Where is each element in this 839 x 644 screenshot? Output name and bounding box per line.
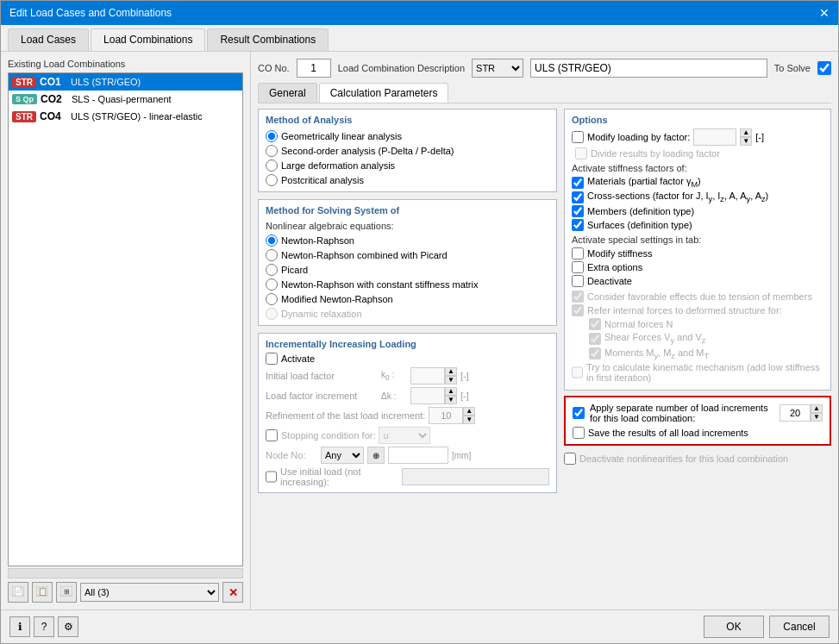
try-kinematic-checkbox [572, 366, 583, 378]
ok-button[interactable]: OK [704, 616, 764, 638]
radio-newton-raphson[interactable]: Newton-Raphson [266, 234, 549, 247]
refinement-down[interactable]: ▼ [463, 416, 475, 424]
cross-sections-checkbox[interactable] [572, 191, 584, 203]
radio-dynamic-rel[interactable]: Dynamic relaxation [266, 308, 549, 320]
members-checkbox[interactable] [572, 205, 584, 217]
node-value-input[interactable] [388, 447, 448, 464]
radio-picard[interactable]: Picard [266, 264, 549, 276]
radio-modified-nr[interactable]: Modified Newton-Raphson [266, 293, 549, 305]
left-panel: Existing Load Combinations STR CO1 ULS (… [1, 52, 251, 610]
extra-options-label: Extra options [587, 262, 642, 272]
cancel-button[interactable]: Cancel [769, 616, 830, 638]
horizontal-scrollbar[interactable] [8, 568, 243, 578]
modify-stiffness-checkbox[interactable] [572, 247, 584, 259]
filter-select[interactable]: All (3) [80, 583, 219, 602]
refinement-input[interactable] [429, 407, 463, 424]
modify-loading-up[interactable]: ▲ [740, 128, 752, 137]
radio-postcritical[interactable]: Postcritical analysis [266, 174, 549, 186]
deactivate-checkbox[interactable] [572, 275, 584, 287]
add-button[interactable]: 📄 [8, 582, 28, 603]
stopping-checkbox[interactable] [266, 429, 278, 441]
delete-button[interactable]: ✕ [222, 582, 243, 603]
divide-results-label: Divide results by loading factor [591, 148, 720, 159]
consider-favorable-checkbox [572, 291, 584, 303]
options-title: Options [572, 115, 823, 125]
top-tab-bar: Load Cases Load Combinations Result Comb… [1, 25, 838, 52]
help-button[interactable]: ? [34, 616, 54, 637]
radio-second-order[interactable]: Second-order analysis (P-Delta / P-delta… [266, 145, 549, 157]
copy-button[interactable]: 📋 [32, 582, 53, 603]
apply-value-input[interactable] [780, 404, 811, 422]
initial-factor-input[interactable] [410, 367, 445, 385]
method-solving-section: Method for Solving System of Nonlinear a… [258, 199, 557, 326]
to-solve-checkbox[interactable] [817, 61, 831, 75]
initial-factor-down[interactable]: ▼ [445, 376, 457, 385]
initial-factor-symbol: k0 : [381, 370, 407, 382]
apply-spinbox: ▲ ▼ [780, 404, 823, 422]
activate-checkbox[interactable] [266, 353, 278, 365]
list-item[interactable]: STR CO4 ULS (STR/GEO) - linear-elastic [9, 108, 242, 125]
special-settings-title: Activate special settings in tab: [572, 234, 823, 245]
initial-factor-up[interactable]: ▲ [445, 367, 457, 376]
moments-checkbox [589, 347, 601, 360]
surfaces-checkbox[interactable] [572, 219, 584, 231]
extra-options-row: Extra options [572, 261, 823, 273]
surfaces-row: Surfaces (definition type) [572, 219, 823, 231]
extra-options-checkbox[interactable] [572, 261, 584, 273]
co-desc-label: Load Combination Description [338, 63, 465, 73]
co-type-select[interactable]: STR [472, 59, 523, 78]
load-factor-down[interactable]: ▼ [445, 396, 457, 404]
node-row: Node No: Any ⊕ [mm] [266, 447, 549, 464]
left-toolbar: 📄 📋 ⊞ All (3) ✕ [8, 582, 243, 603]
tab-result-combinations[interactable]: Result Combinations [207, 28, 329, 51]
load-factor-label: Load factor increment [266, 391, 378, 401]
stopping-select[interactable]: u [379, 427, 430, 444]
modify-loading-checkbox[interactable] [572, 131, 584, 143]
svg-text:📋: 📋 [38, 586, 48, 597]
normal-forces-checkbox [589, 318, 601, 330]
combo-desc: ULS (STR/GEO) - linear-elastic [71, 111, 203, 122]
tab-general[interactable]: General [258, 83, 317, 103]
params-left: Method of Analysis Geometrically linear … [258, 109, 557, 603]
node-picker-button[interactable]: ⊕ [367, 447, 385, 464]
save-results-checkbox[interactable] [573, 427, 585, 439]
tab-calc-params[interactable]: Calculation Parameters [319, 83, 449, 103]
radio-large-deform[interactable]: Large deformation analysis [266, 159, 549, 172]
info-button[interactable]: ℹ [9, 616, 30, 637]
close-icon[interactable]: ✕ [819, 6, 830, 20]
refinement-up[interactable]: ▲ [463, 407, 475, 416]
divide-results-checkbox[interactable] [575, 147, 587, 159]
co-number-input[interactable] [297, 59, 331, 78]
refinement-label: Refinement of the last load increment: [266, 410, 425, 422]
use-initial-checkbox[interactable] [266, 471, 277, 483]
initial-factor-label: Initial load factor [266, 371, 378, 381]
apply-value-down[interactable]: ▼ [811, 413, 823, 422]
normal-forces-row: Normal forces N [589, 318, 823, 330]
table-button[interactable]: ⊞ [56, 582, 77, 603]
radio-geo-linear[interactable]: Geometrically linear analysis [266, 130, 549, 142]
tab-load-combinations[interactable]: Load Combinations [91, 28, 205, 51]
list-item[interactable]: S Qp CO2 SLS - Quasi-permanent [9, 91, 242, 108]
deactivate-nonlinearities-checkbox[interactable] [564, 453, 576, 465]
modify-loading-down[interactable]: ▼ [740, 137, 752, 146]
list-item[interactable]: STR CO1 ULS (STR/GEO) [9, 73, 242, 91]
load-factor-up[interactable]: ▲ [445, 387, 457, 396]
materials-checkbox[interactable] [572, 177, 584, 189]
deactivate-row: Deactivate [572, 275, 823, 287]
apply-checkbox[interactable] [573, 407, 585, 419]
load-factor-input[interactable] [410, 387, 445, 404]
modify-loading-unit: [-] [755, 132, 764, 142]
radio-nr-const[interactable]: Newton-Raphson with constant stiffness m… [266, 278, 549, 291]
members-label: Members (definition type) [587, 206, 694, 216]
apply-value-up[interactable]: ▲ [811, 404, 823, 413]
bottom-icons: ℹ ? ⚙ [9, 616, 78, 637]
load-factor-unit: [-] [460, 391, 469, 401]
modify-loading-input[interactable] [693, 128, 736, 146]
tab-load-cases[interactable]: Load Cases [8, 28, 89, 51]
node-select[interactable]: Any [321, 447, 364, 464]
co-desc-input[interactable] [530, 59, 767, 78]
radio-nr-picard[interactable]: Newton-Raphson combined with Picard [266, 249, 549, 261]
settings-button[interactable]: ⚙ [58, 616, 78, 637]
shear-forces-row: Shear Forces Vy and Vz [589, 332, 823, 345]
use-initial-input[interactable] [402, 468, 549, 485]
